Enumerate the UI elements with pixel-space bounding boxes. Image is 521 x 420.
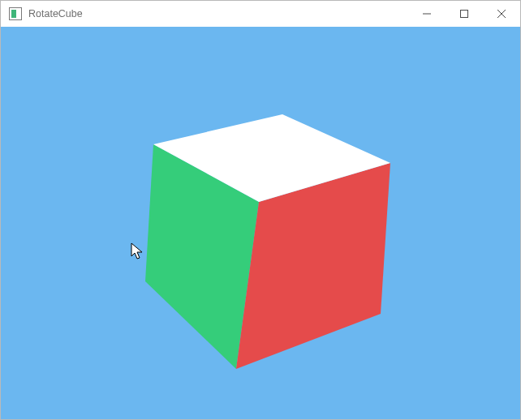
viewport[interactable] <box>1 27 520 419</box>
close-button[interactable] <box>483 1 520 27</box>
app-window: RotateCube <box>0 0 521 420</box>
svg-rect-1 <box>461 11 468 18</box>
window-title: RotateCube <box>28 8 83 19</box>
app-icon <box>9 7 22 20</box>
close-icon <box>497 10 506 18</box>
minimize-icon <box>423 10 431 18</box>
maximize-button[interactable] <box>446 1 483 27</box>
titlebar[interactable]: RotateCube <box>1 1 520 27</box>
maximize-icon <box>460 10 468 18</box>
window-controls <box>408 1 520 27</box>
cube[interactable] <box>1 27 520 419</box>
minimize-button[interactable] <box>408 1 446 27</box>
